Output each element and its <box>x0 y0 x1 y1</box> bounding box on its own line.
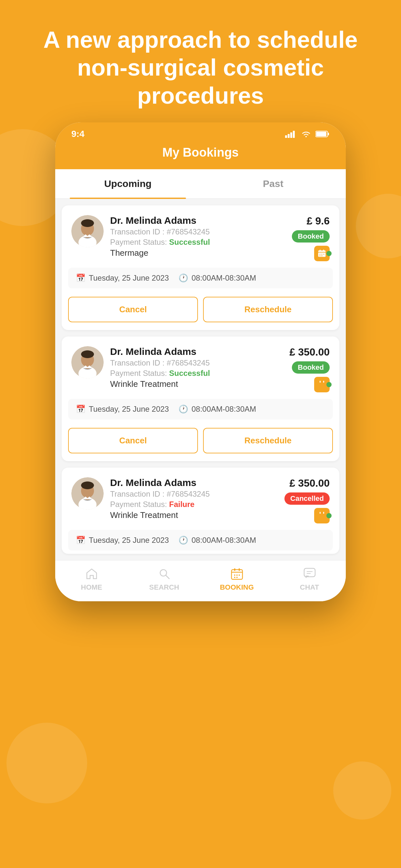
nav-chat[interactable]: CHAT <box>273 567 346 592</box>
card-right-2: £ 350.00 Booked <box>289 346 330 392</box>
calendar-icon-2 <box>314 377 330 392</box>
svg-line-52 <box>166 576 169 579</box>
nav-search[interactable]: SEARCH <box>128 567 201 592</box>
cancel-button-2[interactable]: Cancel <box>68 428 198 454</box>
payment-status-2: Payment Status: Successful <box>110 369 283 378</box>
svg-point-51 <box>160 569 166 576</box>
svg-rect-45 <box>323 512 324 514</box>
date-item-1: 📅 Tuesday, 25 June 2023 <box>76 274 169 283</box>
tabs-container: Upcoming Past <box>55 169 346 199</box>
svg-point-58 <box>236 575 238 576</box>
card-info-3: Dr. Melinda Adams Transaction ID : #7685… <box>110 477 278 520</box>
doctor-avatar-1 <box>71 215 104 247</box>
cancel-button-1[interactable]: Cancel <box>68 297 198 322</box>
svg-point-19 <box>321 254 322 255</box>
svg-rect-3 <box>293 131 295 138</box>
app-header: My Bookings <box>55 143 346 169</box>
battery-icon <box>315 130 330 137</box>
signal-icon <box>285 130 297 138</box>
svg-point-47 <box>321 516 322 517</box>
svg-point-21 <box>320 255 320 256</box>
svg-point-27 <box>81 350 94 358</box>
svg-point-48 <box>323 516 325 517</box>
doctor-avatar-2 <box>71 346 104 378</box>
status-badge-2: Booked <box>292 361 330 374</box>
search-icon <box>158 567 171 581</box>
reschedule-button-1[interactable]: Reschedule <box>203 297 333 322</box>
chat-icon <box>303 567 316 581</box>
svg-rect-7 <box>316 132 327 136</box>
svg-rect-2 <box>290 132 292 138</box>
svg-point-4 <box>305 136 307 137</box>
svg-rect-31 <box>323 381 324 383</box>
nav-chat-label: CHAT <box>300 583 319 592</box>
card-info-2: Dr. Melinda Adams Transaction ID : #7685… <box>110 346 283 389</box>
booking-icon <box>230 567 244 581</box>
hero-title: A new approach to schedule non-surgical … <box>0 0 401 122</box>
svg-point-18 <box>320 254 320 255</box>
status-bar: 9:4 <box>55 122 346 143</box>
svg-rect-6 <box>328 133 329 135</box>
reschedule-button-2[interactable]: Reschedule <box>203 428 333 454</box>
page-title: My Bookings <box>162 146 239 159</box>
svg-point-33 <box>321 385 322 386</box>
datetime-row-1: 📅 Tuesday, 25 June 2023 🕐 08:00AM-08:30A… <box>68 268 333 288</box>
clock-icon-3: 🕐 <box>179 536 188 545</box>
nav-booking-label: BOOKING <box>220 583 254 592</box>
svg-rect-29 <box>318 383 326 383</box>
treatment-1: Thermage <box>110 248 285 258</box>
treatment-3: Wrinkle Treatment <box>110 510 278 520</box>
nav-booking[interactable]: BOOKING <box>201 567 273 592</box>
action-buttons-1: Cancel Reschedule <box>62 291 339 330</box>
svg-rect-62 <box>304 568 315 577</box>
booking-card-2: Dr. Melinda Adams Transaction ID : #7685… <box>62 337 339 461</box>
svg-point-12 <box>81 219 94 227</box>
wifi-icon <box>301 130 312 138</box>
action-buttons-2: Cancel Reschedule <box>62 423 339 461</box>
time-item-2: 🕐 08:00AM-08:30AM <box>179 405 256 414</box>
time-item-3: 🕐 08:00AM-08:30AM <box>179 536 256 545</box>
transaction-id-3: Transaction ID : #768543245 <box>110 490 278 499</box>
datetime-row-3: 📅 Tuesday, 25 June 2023 🕐 08:00AM-08:30A… <box>68 530 333 551</box>
price-1: £ 9.6 <box>307 215 330 227</box>
doctor-name-2: Dr. Melinda Adams <box>110 346 283 357</box>
svg-point-50 <box>321 518 322 519</box>
price-2: £ 350.00 <box>289 346 330 358</box>
svg-rect-55 <box>234 568 235 571</box>
svg-rect-16 <box>320 250 320 252</box>
status-badge-1: Booked <box>292 230 330 243</box>
svg-point-32 <box>320 385 320 386</box>
booking-card-3: Dr. Melinda Adams Transaction ID : #7685… <box>62 468 339 554</box>
payment-status-3: Payment Status: Failure <box>110 500 278 509</box>
clock-icon-2: 🕐 <box>179 405 188 414</box>
bottom-nav: HOME SEARCH BOOKING <box>55 560 346 601</box>
status-badge-3: Cancelled <box>284 492 330 505</box>
calendar-dt-icon-3: 📅 <box>76 536 86 545</box>
payment-status-1: Payment Status: Successful <box>110 238 285 247</box>
doctor-name-3: Dr. Melinda Adams <box>110 477 278 488</box>
svg-rect-30 <box>320 381 320 383</box>
doctor-avatar-3 <box>71 477 104 509</box>
date-item-3: 📅 Tuesday, 25 June 2023 <box>76 536 169 545</box>
datetime-row-2: 📅 Tuesday, 25 June 2023 🕐 08:00AM-08:30A… <box>68 399 333 420</box>
svg-point-36 <box>321 386 322 388</box>
nav-home[interactable]: HOME <box>55 567 128 592</box>
booking-card-1: Dr. Melinda Adams Transaction ID : #7685… <box>62 206 339 330</box>
time-item-1: 🕐 08:00AM-08:30AM <box>179 274 256 283</box>
nav-home-label: HOME <box>81 583 102 592</box>
tab-upcoming[interactable]: Upcoming <box>55 169 201 198</box>
svg-point-46 <box>320 516 320 517</box>
svg-rect-56 <box>239 568 240 571</box>
calendar-icon-1 <box>314 246 330 261</box>
date-item-2: 📅 Tuesday, 25 June 2023 <box>76 405 169 414</box>
svg-point-59 <box>239 575 240 576</box>
svg-rect-15 <box>318 252 326 252</box>
tab-past[interactable]: Past <box>201 169 346 198</box>
doctor-name-1: Dr. Melinda Adams <box>110 215 285 226</box>
transaction-id-1: Transaction ID : #768543245 <box>110 227 285 237</box>
phone-mockup: 9:4 My Booking <box>55 122 346 601</box>
svg-rect-44 <box>320 512 320 514</box>
svg-point-57 <box>234 575 235 576</box>
calendar-icon-3 <box>314 508 330 523</box>
bookings-list: Dr. Melinda Adams Transaction ID : #7685… <box>55 199 346 560</box>
